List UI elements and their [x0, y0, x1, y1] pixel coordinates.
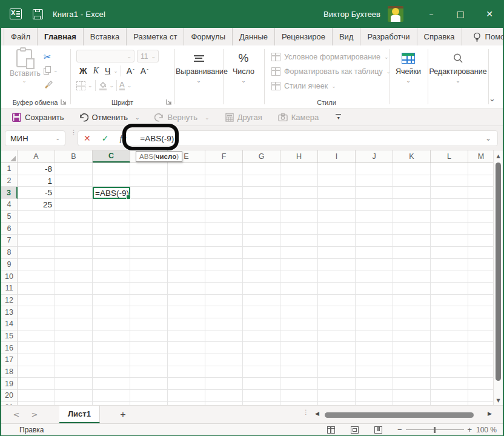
- close-button[interactable]: ✕: [475, 0, 504, 28]
- cell-M19[interactable]: [468, 378, 493, 390]
- cell-J19[interactable]: [356, 378, 393, 390]
- zoom-out-button[interactable]: −: [394, 425, 406, 434]
- cell-A8[interactable]: [18, 247, 55, 259]
- cell-H15[interactable]: [280, 330, 318, 343]
- page-layout-view-icon[interactable]: [351, 426, 359, 434]
- cell-G18[interactable]: [243, 366, 280, 378]
- cell-C5[interactable]: [93, 211, 130, 223]
- cell-A13[interactable]: [18, 306, 55, 318]
- cell-C1[interactable]: [93, 163, 130, 175]
- cell-L6[interactable]: [431, 223, 468, 235]
- cell-G7[interactable]: [243, 235, 280, 247]
- tab-scroll-splitter[interactable]: ⋮: [303, 411, 307, 414]
- cell-A5[interactable]: [18, 211, 55, 223]
- cell-L18[interactable]: [431, 366, 468, 378]
- underline-button[interactable]: Ч: [102, 66, 113, 76]
- cell-G14[interactable]: [243, 318, 280, 330]
- italic-button[interactable]: К: [90, 66, 102, 76]
- cell-M9[interactable]: [468, 259, 493, 271]
- column-header-H[interactable]: H: [280, 150, 318, 163]
- cell-F3[interactable]: [205, 187, 243, 199]
- cell-E17[interactable]: [168, 354, 205, 366]
- ribbon-tab-4[interactable]: Формулы: [184, 28, 233, 45]
- cell-L4[interactable]: [431, 199, 468, 211]
- cell-C17[interactable]: [93, 354, 130, 366]
- row-header-10[interactable]: 10: [1, 270, 18, 283]
- cell-I9[interactable]: [318, 259, 356, 271]
- cell-M20[interactable]: [468, 390, 493, 402]
- horizontal-scrollbar[interactable]: ◀ ▶: [315, 408, 492, 421]
- cell-E13[interactable]: [168, 306, 205, 318]
- cell-B3[interactable]: [55, 187, 93, 199]
- cell-G2[interactable]: [243, 175, 280, 187]
- cell-I8[interactable]: [318, 247, 356, 259]
- cell-F1[interactable]: [205, 163, 243, 175]
- cell-L7[interactable]: [431, 235, 468, 247]
- prev-sheet-arrow[interactable]: <: [7, 406, 25, 423]
- cell-K20[interactable]: [393, 390, 431, 402]
- cell-M11[interactable]: [468, 283, 493, 295]
- row-header-11[interactable]: 11: [1, 283, 18, 295]
- cell-M3[interactable]: [468, 187, 493, 199]
- cell-F11[interactable]: [205, 283, 243, 295]
- cell-A2[interactable]: 1: [18, 175, 55, 187]
- cell-H2[interactable]: [280, 175, 318, 187]
- qat-overflow-button[interactable]: ▾: [336, 114, 341, 121]
- column-header-L[interactable]: L: [431, 150, 468, 163]
- cell-L5[interactable]: [431, 211, 468, 223]
- cell-I4[interactable]: [318, 199, 356, 211]
- cell-C11[interactable]: [93, 283, 130, 295]
- row-header-6[interactable]: 6: [1, 223, 18, 235]
- cell-J4[interactable]: [356, 199, 393, 211]
- cell-L13[interactable]: [431, 306, 468, 318]
- cell-D4[interactable]: [130, 199, 168, 211]
- cell-G17[interactable]: [243, 354, 280, 366]
- save-button[interactable]: Сохранить: [12, 113, 64, 122]
- cell-C2[interactable]: [93, 175, 130, 187]
- cell-B1[interactable]: [55, 163, 93, 175]
- row-header-4[interactable]: 4: [1, 199, 18, 211]
- ribbon-tab-3[interactable]: Разметка ст: [127, 28, 184, 45]
- cell-C14[interactable]: [93, 318, 130, 330]
- row-header-14[interactable]: 14: [1, 318, 18, 330]
- cell-L19[interactable]: [431, 378, 468, 390]
- cell-F6[interactable]: [205, 223, 243, 235]
- cell-L2[interactable]: [431, 175, 468, 187]
- column-header-K[interactable]: K: [393, 150, 431, 163]
- formula-input-area[interactable]: ✕ ✓ fx =ABS(-9) ⌄: [78, 130, 498, 146]
- ribbon-tab-2[interactable]: Вставка: [84, 28, 127, 45]
- row-header-15[interactable]: 15: [1, 330, 18, 343]
- shrink-font-button[interactable]: Аˇ: [138, 66, 151, 76]
- cell-A15[interactable]: [18, 330, 55, 343]
- row-header-18[interactable]: 18: [1, 366, 18, 378]
- cell-L15[interactable]: [431, 330, 468, 343]
- cell-G20[interactable]: [243, 390, 280, 402]
- cell-C4[interactable]: [93, 199, 130, 211]
- titlebar-save-icon[interactable]: [33, 9, 43, 19]
- cell-F19[interactable]: [205, 378, 243, 390]
- cell-I16[interactable]: [318, 342, 356, 354]
- cell-K3[interactable]: [393, 187, 431, 199]
- styles-item-2[interactable]: Стили ячеек⌄: [271, 79, 391, 93]
- grid-body[interactable]: 1-8213-5=ABS(-9)425567891011121314151617…: [1, 163, 493, 405]
- cell-C19[interactable]: [93, 378, 130, 390]
- cell-B17[interactable]: [55, 354, 93, 366]
- add-sheet-button[interactable]: +: [111, 406, 135, 423]
- cell-M15[interactable]: [468, 330, 493, 343]
- ribbon-tab-6[interactable]: Рецензирое: [275, 28, 333, 45]
- cell-C3[interactable]: =ABS(-9): [93, 187, 130, 199]
- cell-A1[interactable]: -8: [18, 163, 55, 175]
- cell-I6[interactable]: [318, 223, 356, 235]
- cell-F15[interactable]: [205, 330, 243, 343]
- cell-M16[interactable]: [468, 342, 493, 354]
- cell-L14[interactable]: [431, 318, 468, 330]
- cell-F8[interactable]: [205, 247, 243, 259]
- formula-bar-splitter[interactable]: ⋮: [70, 130, 74, 135]
- row-header-12[interactable]: 12: [1, 295, 18, 307]
- grow-font-button[interactable]: Аˆ: [124, 66, 138, 76]
- undo-button[interactable]: Отменить ⌄: [79, 113, 140, 122]
- cell-J14[interactable]: [356, 318, 393, 330]
- cells-dropdown[interactable]: Ячейки ⌄: [390, 45, 426, 108]
- cell-B8[interactable]: [55, 247, 93, 259]
- row-header-20[interactable]: 20: [1, 390, 18, 402]
